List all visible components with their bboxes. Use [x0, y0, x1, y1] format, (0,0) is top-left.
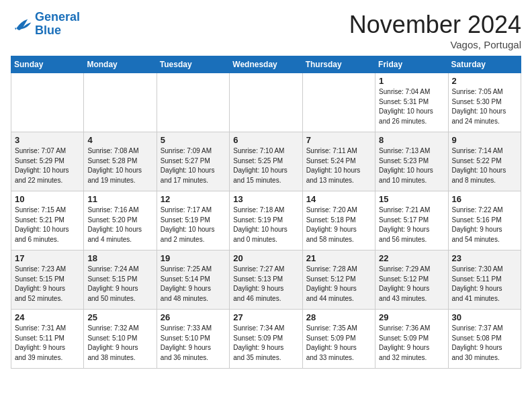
- calendar-cell: 23Sunrise: 7:30 AMSunset: 5:11 PMDayligh…: [448, 250, 521, 310]
- day-number: 4: [87, 135, 152, 145]
- weekday-header: Friday: [375, 56, 448, 73]
- day-number: 16: [452, 194, 517, 204]
- calendar-cell: 21Sunrise: 7:28 AMSunset: 5:12 PMDayligh…: [302, 250, 375, 310]
- day-info: Sunrise: 7:22 AMSunset: 5:16 PMDaylight:…: [452, 205, 517, 244]
- day-info: Sunrise: 7:05 AMSunset: 5:30 PMDaylight:…: [452, 87, 517, 126]
- calendar-cell: 13Sunrise: 7:18 AMSunset: 5:19 PMDayligh…: [230, 191, 302, 250]
- calendar-cell: 9Sunrise: 7:14 AMSunset: 5:22 PMDaylight…: [448, 132, 521, 191]
- day-number: 24: [15, 312, 80, 322]
- day-info: Sunrise: 7:23 AMSunset: 5:15 PMDaylight:…: [15, 265, 80, 304]
- day-number: 15: [379, 194, 444, 204]
- day-info: Sunrise: 7:10 AMSunset: 5:25 PMDaylight:…: [233, 146, 298, 185]
- calendar-cell: 7Sunrise: 7:11 AMSunset: 5:24 PMDaylight…: [302, 132, 375, 191]
- day-number: 23: [452, 253, 517, 263]
- calendar-cell: 17Sunrise: 7:23 AMSunset: 5:15 PMDayligh…: [11, 250, 84, 310]
- day-info: Sunrise: 7:08 AMSunset: 5:28 PMDaylight:…: [87, 146, 152, 185]
- calendar-week-row: 3Sunrise: 7:07 AMSunset: 5:29 PMDaylight…: [11, 132, 521, 191]
- calendar-cell: [230, 73, 302, 132]
- day-number: 5: [161, 135, 226, 145]
- day-info: Sunrise: 7:21 AMSunset: 5:17 PMDaylight:…: [379, 205, 444, 244]
- calendar-cell: 1Sunrise: 7:04 AMSunset: 5:31 PMDaylight…: [375, 73, 448, 132]
- logo-icon: [11, 15, 32, 34]
- day-number: 25: [87, 312, 152, 322]
- day-number: 12: [161, 194, 226, 204]
- day-number: 28: [306, 312, 371, 322]
- day-number: 11: [87, 194, 152, 204]
- calendar-cell: 26Sunrise: 7:33 AMSunset: 5:10 PMDayligh…: [157, 310, 229, 369]
- day-info: Sunrise: 7:07 AMSunset: 5:29 PMDaylight:…: [15, 146, 80, 185]
- day-number: 2: [452, 76, 517, 86]
- weekday-header: Monday: [84, 56, 157, 73]
- day-number: 30: [452, 312, 517, 322]
- calendar-cell: [157, 73, 229, 132]
- calendar-cell: 14Sunrise: 7:20 AMSunset: 5:18 PMDayligh…: [302, 191, 375, 250]
- calendar-cell: 11Sunrise: 7:16 AMSunset: 5:20 PMDayligh…: [84, 191, 157, 250]
- calendar-week-row: 17Sunrise: 7:23 AMSunset: 5:15 PMDayligh…: [11, 250, 521, 310]
- calendar-cell: 8Sunrise: 7:13 AMSunset: 5:23 PMDaylight…: [375, 132, 448, 191]
- day-info: Sunrise: 7:04 AMSunset: 5:31 PMDaylight:…: [379, 87, 444, 126]
- calendar-table: SundayMondayTuesdayWednesdayThursdayFrid…: [11, 56, 521, 369]
- day-info: Sunrise: 7:11 AMSunset: 5:24 PMDaylight:…: [306, 146, 371, 185]
- day-info: Sunrise: 7:25 AMSunset: 5:14 PMDaylight:…: [161, 265, 226, 304]
- calendar-cell: 12Sunrise: 7:17 AMSunset: 5:19 PMDayligh…: [157, 191, 229, 250]
- logo-text: General Blue: [35, 11, 80, 38]
- calendar-cell: 25Sunrise: 7:32 AMSunset: 5:10 PMDayligh…: [84, 310, 157, 369]
- day-info: Sunrise: 7:09 AMSunset: 5:27 PMDaylight:…: [161, 146, 226, 185]
- day-info: Sunrise: 7:31 AMSunset: 5:11 PMDaylight:…: [15, 324, 80, 363]
- day-number: 22: [379, 253, 444, 263]
- day-number: 17: [15, 253, 80, 263]
- day-info: Sunrise: 7:16 AMSunset: 5:20 PMDaylight:…: [87, 205, 152, 244]
- month-title: November 2024: [349, 11, 521, 39]
- day-info: Sunrise: 7:29 AMSunset: 5:12 PMDaylight:…: [379, 265, 444, 304]
- calendar-cell: 19Sunrise: 7:25 AMSunset: 5:14 PMDayligh…: [157, 250, 229, 310]
- day-info: Sunrise: 7:18 AMSunset: 5:19 PMDaylight:…: [233, 205, 298, 244]
- day-number: 13: [233, 194, 298, 204]
- weekday-header: Saturday: [448, 56, 521, 73]
- logo: General Blue: [11, 11, 80, 38]
- calendar-cell: 4Sunrise: 7:08 AMSunset: 5:28 PMDaylight…: [84, 132, 157, 191]
- calendar-cell: 22Sunrise: 7:29 AMSunset: 5:12 PMDayligh…: [375, 250, 448, 310]
- calendar-cell: 28Sunrise: 7:35 AMSunset: 5:09 PMDayligh…: [302, 310, 375, 369]
- day-info: Sunrise: 7:15 AMSunset: 5:21 PMDaylight:…: [15, 205, 80, 244]
- day-number: 3: [15, 135, 80, 145]
- location: Vagos, Portugal: [349, 39, 521, 50]
- day-number: 19: [161, 253, 226, 263]
- weekday-header: Tuesday: [157, 56, 229, 73]
- day-info: Sunrise: 7:33 AMSunset: 5:10 PMDaylight:…: [161, 324, 226, 363]
- calendar-cell: 6Sunrise: 7:10 AMSunset: 5:25 PMDaylight…: [230, 132, 302, 191]
- day-info: Sunrise: 7:35 AMSunset: 5:09 PMDaylight:…: [306, 324, 371, 363]
- day-number: 8: [379, 135, 444, 145]
- day-number: 10: [15, 194, 80, 204]
- day-info: Sunrise: 7:27 AMSunset: 5:13 PMDaylight:…: [233, 265, 298, 304]
- day-info: Sunrise: 7:32 AMSunset: 5:10 PMDaylight:…: [87, 324, 152, 363]
- day-info: Sunrise: 7:36 AMSunset: 5:09 PMDaylight:…: [379, 324, 444, 363]
- day-number: 14: [306, 194, 371, 204]
- title-block: November 2024 Vagos, Portugal: [349, 11, 521, 50]
- day-info: Sunrise: 7:37 AMSunset: 5:08 PMDaylight:…: [452, 324, 517, 363]
- weekday-header: Wednesday: [230, 56, 302, 73]
- calendar-cell: 3Sunrise: 7:07 AMSunset: 5:29 PMDaylight…: [11, 132, 84, 191]
- page-header: General Blue November 2024 Vagos, Portug…: [11, 11, 521, 50]
- day-info: Sunrise: 7:34 AMSunset: 5:09 PMDaylight:…: [233, 324, 298, 363]
- weekday-header: Sunday: [11, 56, 84, 73]
- day-number: 7: [306, 135, 371, 145]
- calendar-cell: 30Sunrise: 7:37 AMSunset: 5:08 PMDayligh…: [448, 310, 521, 369]
- day-info: Sunrise: 7:24 AMSunset: 5:15 PMDaylight:…: [87, 265, 152, 304]
- day-info: Sunrise: 7:13 AMSunset: 5:23 PMDaylight:…: [379, 146, 444, 185]
- day-info: Sunrise: 7:20 AMSunset: 5:18 PMDaylight:…: [306, 205, 371, 244]
- day-info: Sunrise: 7:14 AMSunset: 5:22 PMDaylight:…: [452, 146, 517, 185]
- calendar-week-row: 10Sunrise: 7:15 AMSunset: 5:21 PMDayligh…: [11, 191, 521, 250]
- day-info: Sunrise: 7:17 AMSunset: 5:19 PMDaylight:…: [161, 205, 226, 244]
- calendar-cell: 10Sunrise: 7:15 AMSunset: 5:21 PMDayligh…: [11, 191, 84, 250]
- day-number: 6: [233, 135, 298, 145]
- day-number: 18: [87, 253, 152, 263]
- calendar-cell: [302, 73, 375, 132]
- day-number: 9: [452, 135, 517, 145]
- day-number: 20: [233, 253, 298, 263]
- calendar-cell: 2Sunrise: 7:05 AMSunset: 5:30 PMDaylight…: [448, 73, 521, 132]
- calendar-cell: [84, 73, 157, 132]
- day-number: 29: [379, 312, 444, 322]
- day-info: Sunrise: 7:30 AMSunset: 5:11 PMDaylight:…: [452, 265, 517, 304]
- day-number: 21: [306, 253, 371, 263]
- calendar-cell: 5Sunrise: 7:09 AMSunset: 5:27 PMDaylight…: [157, 132, 229, 191]
